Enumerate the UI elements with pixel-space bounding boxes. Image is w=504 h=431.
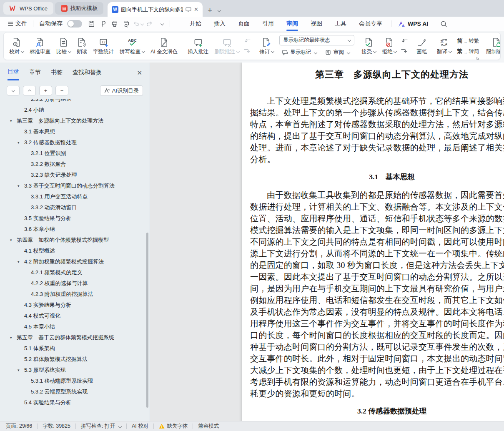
toc-item[interactable]: 5.3.1 移动端原型系统实现 xyxy=(0,376,150,386)
export-icon[interactable] xyxy=(98,19,108,29)
toc-item[interactable]: 4.3 实验结果与分析 xyxy=(0,300,150,311)
toc-item[interactable]: 5.3.2 云端原型系统实现 xyxy=(0,386,150,397)
sidebar-tab-chapters[interactable]: 章节 xyxy=(29,69,41,80)
track-changes-button[interactable]: 修订 xyxy=(256,36,277,57)
print-icon[interactable] xyxy=(109,19,120,29)
word-count-button[interactable]: 12 字数统计 xyxy=(90,36,117,57)
read-aloud-button[interactable]: 朗读 xyxy=(74,36,90,57)
template-tab[interactable]: ▤ 找稻壳模板 xyxy=(55,2,103,15)
markup-state-dropdown[interactable]: 显示标记的最终状态 xyxy=(279,35,354,45)
tab-list-chevron-icon[interactable] xyxy=(218,9,221,12)
insert-comment-button[interactable]: 插入批注 xyxy=(185,36,211,57)
next-revision-icon[interactable] xyxy=(399,47,409,55)
toc-item[interactable]: ▾第四章 加权的个体频繁模式挖掘模型 xyxy=(0,235,150,246)
tab-start[interactable]: 开始 xyxy=(183,18,208,30)
tab-membership[interactable]: 会员专享 xyxy=(353,18,389,30)
delete-comment-button[interactable]: 删除批注 xyxy=(211,36,242,57)
sidebar-tab-contents[interactable]: 目录 xyxy=(8,68,19,80)
toc-item[interactable]: ▾第五章 基于云的群体频繁模式挖掘系统 xyxy=(0,332,150,343)
tab-review[interactable]: 审阅 xyxy=(280,18,304,30)
expand-arrow-icon[interactable]: ▾ xyxy=(10,336,17,340)
expand-arrow-icon[interactable]: ▾ xyxy=(18,184,24,188)
standard-review-button[interactable]: 标准审查 xyxy=(27,36,53,57)
zoom-out-toc-button[interactable]: − xyxy=(55,86,68,95)
toc-item[interactable]: 5.2 群体频繁模式挖掘算法 xyxy=(0,354,150,365)
new-tab-icon[interactable]: + xyxy=(208,8,212,13)
toc-item[interactable]: 3.1 基本思想 xyxy=(0,126,150,137)
monitor-icon[interactable] xyxy=(186,7,191,12)
accept-revision-button[interactable]: 接受 xyxy=(359,36,379,57)
autosave-toggle[interactable] xyxy=(67,20,82,28)
spell-check-button[interactable]: ABC 拼写检查 xyxy=(117,36,148,57)
word-count-indicator[interactable]: 字数: 39825 xyxy=(43,423,70,430)
expand-arrow-icon[interactable]: ▾ xyxy=(18,140,24,145)
translate-button[interactable]: 文A 翻译 xyxy=(434,36,454,57)
toc-item[interactable]: 3.3.1 用户交互活动特点 xyxy=(0,191,150,202)
toc-item[interactable]: 3.2.1 位置识别 xyxy=(0,148,150,159)
toc-item[interactable]: ▾第三章 多源纵向上下文的处理方法 xyxy=(0,115,150,126)
show-markup-button[interactable]: 显示标记 xyxy=(279,48,319,58)
toc-item[interactable]: 3.3.2 动态滑动窗口 xyxy=(0,202,150,213)
toc-item[interactable]: 5.1 体系架构 xyxy=(0,343,150,354)
to-traditional-button[interactable]: 简→ 转繁 xyxy=(457,37,479,45)
wps-ai-button[interactable]: WPS AI xyxy=(394,20,432,27)
zoom-in-toc-button[interactable]: + xyxy=(39,86,52,95)
spellcheck-status[interactable]: 拼写检查: 打开 xyxy=(81,423,121,430)
search-icon[interactable] xyxy=(438,19,449,29)
save-icon[interactable] xyxy=(86,19,97,29)
expand-arrow-icon[interactable]: ▾ xyxy=(10,119,17,123)
tab-page[interactable]: 页面 xyxy=(232,18,256,30)
toc-item[interactable]: ▾4.2 附加权重的频繁模式挖掘算法 xyxy=(0,256,150,267)
compare-button[interactable]: 比较 xyxy=(53,36,74,57)
restrict-editing-button[interactable]: 限制编辑 xyxy=(483,36,501,57)
reject-revision-button[interactable]: 拒绝 xyxy=(379,36,399,57)
toc-item[interactable]: 5.4 本章小结 xyxy=(0,408,150,410)
tab-view[interactable]: 视图 xyxy=(304,18,328,30)
sidebar-close-icon[interactable]: ✕ xyxy=(137,69,142,79)
toc-item[interactable]: 3.5 实验结果与分析 xyxy=(0,213,150,224)
toc-item[interactable]: 2.3.2 分析与结论 xyxy=(0,99,150,105)
toc-item[interactable]: 4.2.3 附加权重的挖掘算法 xyxy=(0,289,150,300)
ai-proofread-button[interactable]: AI 校对 xyxy=(132,423,148,430)
expand-arrow-icon[interactable]: ▾ xyxy=(10,238,17,242)
ai-recognize-toc-button[interactable]: AI识别目录 xyxy=(100,85,143,96)
toc-item[interactable]: 5.4 实验结果与分析 xyxy=(0,397,150,408)
expand-arrow-icon[interactable]: ▾ xyxy=(18,368,24,372)
review-pane-button[interactable]: 审阅 xyxy=(323,48,352,58)
toc-item[interactable]: 3.2.2 数据聚合 xyxy=(0,159,150,170)
tab-insert[interactable]: 插入 xyxy=(208,18,232,30)
ai-polish-button[interactable]: AI 全文润色 xyxy=(148,36,181,57)
to-simplified-button[interactable]: 繁→ 转简 xyxy=(457,48,479,55)
toc-item[interactable]: 4.2.2 权重的选择与计算 xyxy=(0,278,150,289)
toc-item[interactable]: 4.2.1 频繁模式的定义 xyxy=(0,267,150,278)
sidebar-tab-find-replace[interactable]: 查找和替换 xyxy=(73,69,102,80)
next-comment-icon[interactable] xyxy=(242,47,252,55)
toc-item[interactable]: 4.5 本章小结 xyxy=(0,321,150,332)
expand-all-button[interactable] xyxy=(23,86,36,95)
tab-reference[interactable]: 引用 xyxy=(256,18,280,30)
previous-comment-icon[interactable] xyxy=(242,37,252,45)
print-preview-icon[interactable] xyxy=(121,19,132,29)
sidebar-tab-bookmarks[interactable]: 书签 xyxy=(51,69,63,80)
proofread-button[interactable]: 校对 xyxy=(6,36,27,57)
toc-item[interactable]: 3.6 本章小结 xyxy=(0,224,150,235)
page-indicator[interactable]: 页面: 29/66 xyxy=(6,423,32,430)
autosave-control[interactable]: 自动保存 xyxy=(36,20,85,28)
more-commands-chevron-icon[interactable] xyxy=(156,19,167,29)
wps-office-home-tab[interactable]: WPS Office xyxy=(3,2,53,15)
previous-revision-icon[interactable] xyxy=(399,37,409,45)
sidebar-scrollbar-thumb[interactable] xyxy=(146,233,148,408)
toc-item[interactable]: 3.2.3 缺失记录处理 xyxy=(0,170,150,180)
dialog-launcher-icon[interactable] xyxy=(476,56,480,60)
toc-item[interactable]: 4.1 模型概述 xyxy=(0,246,150,256)
undo-icon[interactable] xyxy=(133,19,143,29)
tab-tools[interactable]: 工具 xyxy=(328,18,353,30)
missing-font-warning[interactable]: 缺失字体 xyxy=(159,423,188,430)
toc-item[interactable]: ▾3.3 基于交互时间窗口的动态分割算法 xyxy=(0,180,150,191)
document-tab[interactable]: W 面向手机上下文的纵向多源数 ✕ xyxy=(108,2,203,17)
toc-item[interactable]: 4.4 模式可视化 xyxy=(0,311,150,321)
document-page[interactable]: 第三章 多源纵向上下文的处理方法 上下文处理是频繁模式挖掘系统的基础环节，它的结… xyxy=(242,63,504,421)
file-menu[interactable]: 文件 xyxy=(4,20,30,28)
close-tab-icon[interactable]: ✕ xyxy=(194,6,198,13)
expand-arrow-icon[interactable]: ▾ xyxy=(18,260,24,264)
